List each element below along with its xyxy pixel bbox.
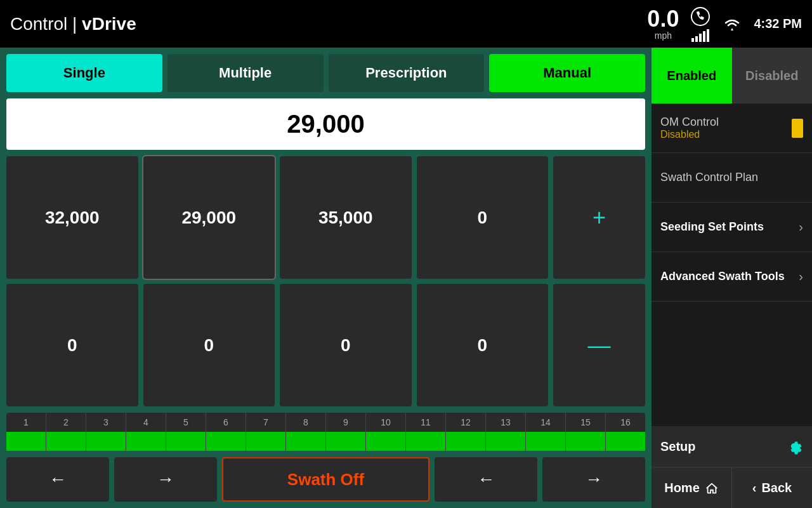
seed-cell-2-bottom[interactable]: 0 <box>143 284 275 406</box>
advanced-swath-tools-label: Advanced Swath Tools <box>660 270 799 283</box>
om-indicator <box>792 119 803 138</box>
disabled-button[interactable]: Disabled <box>732 48 813 104</box>
advanced-swath-tools-item[interactable]: Advanced Swath Tools › <box>652 252 812 302</box>
toggle-row: Enabled Disabled <box>652 48 812 104</box>
nav-left-2[interactable]: ← <box>435 457 537 502</box>
seeding-set-points-item[interactable]: Seeding Set Points › <box>652 203 812 252</box>
enabled-button[interactable]: Enabled <box>652 48 732 104</box>
om-control-label: OM Control <box>660 116 787 129</box>
signal-bars <box>691 29 709 42</box>
row-bar-16 <box>606 432 645 451</box>
grid-col-1: 32,000 0 <box>6 156 138 406</box>
plusminus-col: + — <box>553 156 645 406</box>
home-icon <box>705 481 719 495</box>
advanced-swath-chevron-icon: › <box>799 269 803 284</box>
header-right: 0.0 mph 4:32 PM <box>647 6 802 42</box>
seed-cell-4-bottom[interactable]: 0 <box>417 284 549 406</box>
om-control-item[interactable]: OM Control Disabled <box>652 104 812 153</box>
row-num-8: 8 <box>286 413 326 432</box>
seeding-chevron-icon: › <box>799 220 803 234</box>
left-panel: Single Multiple Prescription Manual 29,0… <box>0 48 652 508</box>
swath-control-plan-item[interactable]: Swath Control Plan <box>652 153 812 203</box>
row-bar-9 <box>326 432 366 451</box>
advanced-swath-tools-text: Advanced Swath Tools <box>660 270 799 283</box>
row-bar-12 <box>446 432 486 451</box>
back-button[interactable]: ‹ Back <box>732 468 812 508</box>
gear-icon <box>785 438 803 455</box>
tab-prescription[interactable]: Prescription <box>329 54 485 92</box>
seed-cell-1-top[interactable]: 32,000 <box>6 156 138 279</box>
row-num-1: 1 <box>6 413 46 432</box>
row-bar-4 <box>126 432 166 451</box>
back-label: Back <box>761 481 792 495</box>
row-num-7: 7 <box>246 413 286 432</box>
row-num-14: 14 <box>526 413 566 432</box>
seeding-set-points-label: Seeding Set Points <box>660 220 799 234</box>
row-num-11: 11 <box>406 413 446 432</box>
home-button[interactable]: Home <box>652 468 732 508</box>
speed-value: 0.0 <box>647 8 679 30</box>
row-num-4: 4 <box>126 413 166 432</box>
nav-left-1[interactable]: ← <box>6 457 109 502</box>
grid-col-2: 29,000 0 <box>143 156 275 406</box>
setup-item[interactable]: Setup <box>652 426 812 467</box>
row-num-3: 3 <box>86 413 126 432</box>
swath-control-plan-label: Swath Control Plan <box>660 171 803 184</box>
speed-unit: mph <box>647 30 679 41</box>
tab-multiple[interactable]: Multiple <box>167 54 324 92</box>
row-num-16: 16 <box>606 413 645 432</box>
row-num-10: 10 <box>366 413 406 432</box>
sidebar-spacer <box>652 302 812 426</box>
grid-col-3: 35,000 0 <box>280 156 412 406</box>
minus-button[interactable]: — <box>553 284 645 406</box>
row-num-9: 9 <box>326 413 366 432</box>
row-bar-14 <box>526 432 566 451</box>
row-bar-3 <box>86 432 126 451</box>
nav-right-2[interactable]: → <box>542 457 645 502</box>
row-bar-10 <box>366 432 406 451</box>
seed-cell-1-bottom[interactable]: 0 <box>6 284 138 406</box>
seed-cell-4-top[interactable]: 0 <box>417 156 549 279</box>
row-num-5: 5 <box>166 413 206 432</box>
svg-point-0 <box>691 8 709 25</box>
row-bar-1 <box>6 432 46 451</box>
row-bar-15 <box>566 432 606 451</box>
row-num-2: 2 <box>46 413 86 432</box>
row-bar-8 <box>286 432 326 451</box>
main: Single Multiple Prescription Manual 29,0… <box>0 48 812 508</box>
seeding-set-points-text: Seeding Set Points <box>660 220 799 234</box>
tab-manual[interactable]: Manual <box>489 54 645 92</box>
sidebar-bottom: Home ‹ Back <box>652 467 812 508</box>
value-display: 29,000 <box>6 98 645 150</box>
seed-cell-2-top[interactable]: 29,000 <box>143 156 275 279</box>
time-display: 4:32 PM <box>754 17 802 31</box>
row-bar-6 <box>206 432 246 451</box>
row-bar-2 <box>46 432 86 451</box>
app-sub: vDrive <box>82 14 136 34</box>
seed-cell-3-bottom[interactable]: 0 <box>280 284 412 406</box>
speed-block: 0.0 mph <box>647 8 679 41</box>
header-separator: | <box>72 14 82 34</box>
row-num-strip: 1 2 3 4 5 6 7 8 9 10 11 12 13 14 15 16 <box>6 413 645 432</box>
home-label: Home <box>664 481 700 495</box>
seed-cell-3-top[interactable]: 35,000 <box>280 156 412 279</box>
row-bar-13 <box>486 432 526 451</box>
row-bar-5 <box>166 432 206 451</box>
nav-right-1[interactable]: → <box>114 457 217 502</box>
row-num-6: 6 <box>206 413 246 432</box>
om-control-status: Disabled <box>660 129 787 140</box>
row-bar-strip <box>6 432 645 451</box>
header: Control | vDrive 0.0 mph <box>0 0 812 48</box>
seed-grid: 32,000 0 29,000 0 35,000 0 0 0 + — <box>6 156 645 406</box>
bottom-controls: ← → Swath Off ← → <box>6 457 645 502</box>
grid-col-4: 0 0 <box>417 156 549 406</box>
right-panel: Enabled Disabled OM Control Disabled Swa… <box>652 48 812 508</box>
swath-off-button[interactable]: Swath Off <box>222 457 430 502</box>
plus-button[interactable]: + <box>553 156 645 279</box>
wifi-icon <box>722 17 742 32</box>
tab-single[interactable]: Single <box>6 54 162 92</box>
back-chevron-icon: ‹ <box>752 481 757 495</box>
row-bar-7 <box>246 432 286 451</box>
row-num-13: 13 <box>486 413 526 432</box>
row-num-12: 12 <box>446 413 486 432</box>
